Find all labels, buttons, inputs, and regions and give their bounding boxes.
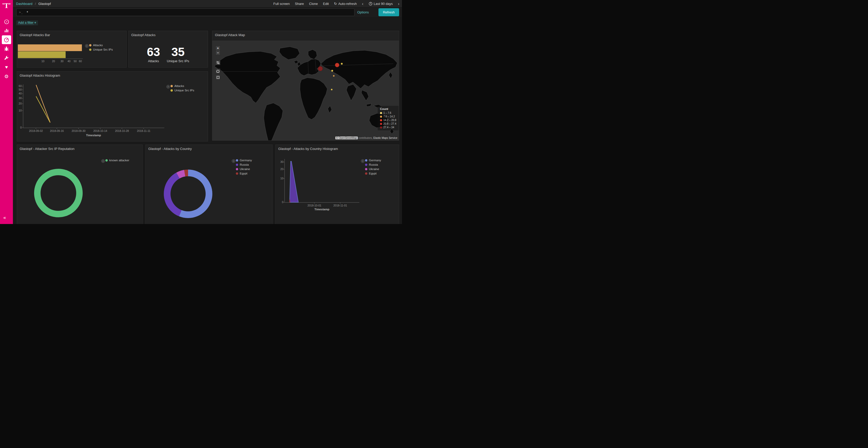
zoom-in-button[interactable]: +: [215, 46, 220, 50]
kibana-app-window: T ♥ ⚙ « Dashboard /: [0, 0, 402, 224]
map-legend: Count 1 – 7.6 7.6 – 14.2 14.2 – 20.8 20.…: [378, 106, 399, 130]
metric-attacks: 63 Attacks: [147, 46, 160, 63]
sidebar-item-honeypot[interactable]: [0, 45, 13, 52]
sidebar-item-monitoring[interactable]: ♥: [0, 64, 13, 70]
osm-attribution-link[interactable]: © OpenStreetMap: [335, 137, 358, 139]
legend-dot: [365, 172, 367, 175]
screen: T ♥ ⚙ « Dashboard /: [0, 0, 434, 224]
legend-item-attacks[interactable]: Attacks: [170, 84, 194, 88]
legend-item-germany[interactable]: Germany: [236, 159, 252, 162]
metric-value: 63: [147, 46, 160, 58]
attacks-histogram-chart[interactable]: [17, 71, 208, 142]
zoom-out-button[interactable]: −: [215, 50, 220, 55]
panel-title-attacks-by-country: Glastopf - Attacks by Country: [148, 147, 192, 151]
continent-south-america: [264, 103, 283, 140]
query-input[interactable]: >_ *: [16, 8, 354, 16]
legend-dot: [170, 85, 173, 87]
legend-item-known-attacker[interactable]: known attacker: [105, 159, 129, 162]
legend-item-germany[interactable]: Germany: [365, 159, 381, 162]
world-map[interactable]: + − Count 1 – 7.6 7.6 – 14.2 14.2 – 20.8…: [212, 40, 399, 140]
x-tick: 2018-09-16: [50, 129, 64, 132]
query-value: *: [27, 10, 28, 14]
legend-toggle-icon[interactable]: ›: [232, 159, 235, 163]
legend-toggle-icon[interactable]: ›: [101, 159, 105, 163]
sidebar-item-devtools[interactable]: [0, 55, 13, 61]
legend-toggle-icon[interactable]: ›: [166, 85, 170, 89]
y-tick: 20: [17, 102, 22, 105]
continent-europe: [297, 59, 321, 76]
logo-dot-left: [3, 3, 4, 4]
rectangle-tool-button[interactable]: [215, 75, 220, 80]
continent-north-america: [214, 51, 280, 103]
y-tick: 0: [278, 201, 283, 204]
telekom-logo[interactable]: T: [0, 2, 13, 9]
y-tick: 10: [17, 109, 22, 112]
logo-letter: T: [4, 2, 9, 9]
auto-refresh-button[interactable]: ↻ Auto-refresh: [334, 2, 357, 6]
breadcrumb-dashboard-link[interactable]: Dashboard: [16, 2, 33, 6]
sidebar-item-discover[interactable]: [0, 18, 13, 25]
legend-dot: [236, 159, 238, 162]
x-tick: 40: [67, 60, 70, 63]
polygon-tool-button[interactable]: [215, 69, 220, 74]
refresh-button[interactable]: Refresh: [378, 8, 399, 16]
legend-item-egypt[interactable]: Egypt: [365, 172, 381, 175]
legend: Germany Russia Ukraine Egypt: [365, 159, 381, 175]
legend-dot: [365, 168, 367, 170]
time-forward-button[interactable]: ›: [398, 2, 399, 6]
add-filter-link[interactable]: Add a filter+: [16, 21, 38, 25]
y-tick: 10: [278, 177, 283, 180]
legend-item-unique-src-ips[interactable]: Unique Src IPs: [89, 48, 113, 51]
reputation-donut-chart[interactable]: [34, 169, 83, 217]
legend-toggle-icon[interactable]: ›: [85, 44, 89, 48]
continent-africa: [300, 78, 327, 119]
world-map-svg: [212, 40, 399, 140]
fullscreen-button[interactable]: Full screen: [273, 2, 290, 6]
legend-item-unique-src-ips[interactable]: Unique Src IPs: [170, 89, 194, 92]
bar-attacks[interactable]: [18, 44, 82, 51]
breadcrumb-separator: /: [35, 2, 36, 6]
bug-icon: [4, 46, 9, 51]
attack-marker-small-yellow: [331, 89, 333, 90]
map-legend-row: 20.8 – 27.4: [380, 122, 396, 125]
legend-item-ukraine[interactable]: Ukraine: [236, 168, 252, 171]
metric-label: Attacks: [147, 59, 160, 63]
x-axis: [18, 59, 83, 59]
legend-item-attacks[interactable]: Attacks: [89, 44, 113, 47]
share-button[interactable]: Share: [295, 2, 304, 6]
legend-dot: [365, 164, 367, 166]
by-country-histogram-chart[interactable]: [276, 145, 399, 224]
crop-tool-button[interactable]: [215, 60, 220, 65]
legend: Attacks Unique Src IPs: [89, 44, 113, 51]
legend-item-egypt[interactable]: Egypt: [236, 172, 252, 175]
legend: Attacks Unique Src IPs: [170, 84, 194, 92]
time-range-button[interactable]: Last 90 days: [369, 2, 393, 6]
plus-icon: +: [34, 21, 36, 25]
country-donut-chart[interactable]: [164, 170, 212, 218]
sidebar-item-visualize[interactable]: [0, 27, 13, 34]
bar-unique-src-ips[interactable]: [18, 51, 66, 58]
x-tick: 2018-10-28: [115, 129, 129, 132]
legend-dot: [380, 112, 382, 114]
topbar-actions: Full screen Share Clone Edit ↻ Auto-refr…: [273, 2, 399, 6]
legend-item-russia[interactable]: Russia: [236, 163, 252, 166]
sidebar-item-dashboard[interactable]: [0, 36, 13, 43]
map-legend-title: Count: [380, 107, 396, 110]
sidebar-item-management[interactable]: ⚙: [0, 73, 13, 80]
legend-dot: [236, 172, 238, 175]
edit-button[interactable]: Edit: [323, 2, 329, 6]
filter-bar: Add a filter+: [13, 18, 402, 28]
legend-item-ukraine[interactable]: Ukraine: [365, 168, 381, 171]
query-prompt-icon: >_: [19, 10, 23, 14]
y-tick: 40: [17, 92, 22, 95]
gauge-icon: [4, 37, 9, 43]
iceland: [294, 60, 298, 64]
time-back-button[interactable]: ‹: [362, 2, 364, 6]
sidebar: T ♥ ⚙ «: [0, 0, 13, 224]
options-link[interactable]: Options: [357, 10, 369, 14]
legend-dot: [89, 48, 91, 51]
legend-toggle-icon[interactable]: ›: [361, 159, 365, 163]
legend-item-russia[interactable]: Russia: [365, 163, 381, 166]
clone-button[interactable]: Clone: [309, 2, 318, 6]
collapse-nav-button[interactable]: «: [3, 215, 6, 220]
